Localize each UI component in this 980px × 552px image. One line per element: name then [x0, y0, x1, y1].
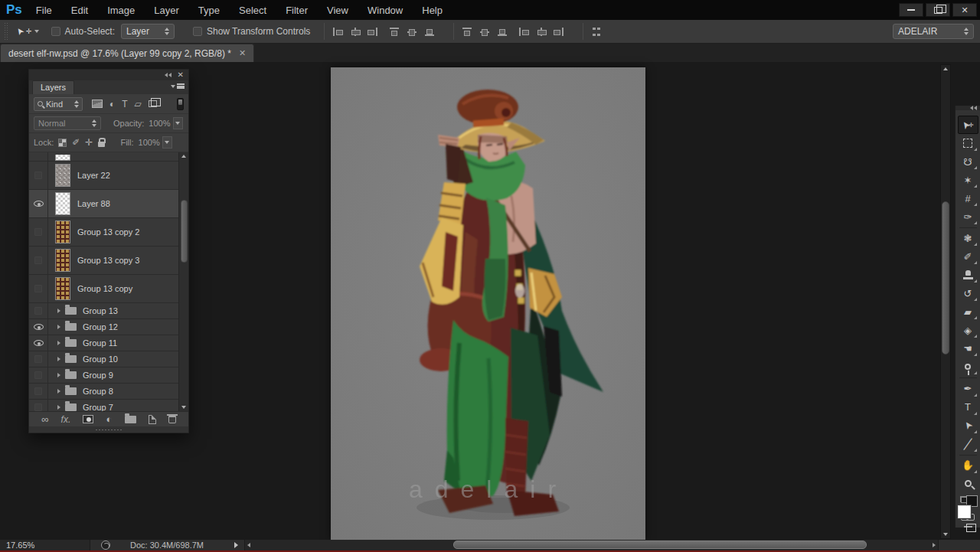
menu-window[interactable]: Window	[368, 5, 403, 16]
group-row[interactable]: Group 12	[29, 319, 178, 335]
tab-close-icon[interactable]: ✕	[239, 48, 246, 58]
group-row[interactable]: Group 13	[29, 303, 178, 319]
zoom-tool[interactable]	[958, 475, 978, 493]
align-bottom-edges-icon[interactable]	[424, 27, 435, 37]
menu-image[interactable]: Image	[107, 5, 135, 16]
group-row[interactable]: Group 11	[29, 335, 178, 351]
new-adjustment-layer-icon[interactable]: ◐	[106, 414, 113, 424]
menu-select[interactable]: Select	[239, 5, 266, 16]
fill-control[interactable]: 100%	[139, 136, 172, 149]
scroll-down-icon[interactable]	[181, 406, 186, 409]
layer-thumbnail[interactable]	[55, 220, 70, 243]
menu-file[interactable]: File	[36, 5, 52, 16]
menu-edit[interactable]: Edit	[71, 5, 88, 16]
layer-row[interactable]: Layer 88	[29, 190, 178, 218]
layer-row[interactable]: Group 13 copy 2	[29, 218, 178, 247]
link-layers-icon[interactable]: ∞	[41, 414, 48, 424]
screen-mode-button[interactable]	[964, 526, 972, 528]
align-right-edges-icon[interactable]	[368, 27, 378, 37]
distribute-horizontal-centers-icon[interactable]	[536, 27, 547, 37]
disclosure-triangle-icon[interactable]	[57, 357, 60, 361]
layer-thumbnail[interactable]	[55, 155, 70, 161]
scroll-left-icon[interactable]	[247, 543, 250, 547]
pen-tool[interactable]: ✒	[958, 380, 978, 398]
crop-tool[interactable]: #	[958, 189, 978, 207]
align-left-edges-icon[interactable]	[332, 27, 343, 37]
distribute-bottom-edges-icon[interactable]	[497, 27, 508, 37]
lock-all-icon[interactable]	[98, 142, 105, 147]
type-layer-filter-icon[interactable]: T	[122, 100, 127, 109]
visibility-toggle[interactable]	[29, 152, 48, 161]
add-layer-mask-icon[interactable]	[83, 415, 93, 423]
collapse-panel-icon[interactable]	[165, 73, 172, 77]
visibility-toggle[interactable]	[29, 162, 48, 189]
vertical-scrollbar-thumb[interactable]	[942, 201, 949, 354]
scroll-right-icon[interactable]	[933, 543, 936, 547]
layer-thumbnail[interactable]	[55, 192, 70, 215]
blend-mode-dropdown[interactable]: Normal	[34, 116, 101, 130]
filter-kind-dropdown[interactable]: Kind	[34, 97, 83, 111]
disclosure-triangle-icon[interactable]	[57, 325, 60, 329]
visibility-toggle[interactable]	[29, 218, 48, 246]
disclosure-triangle-icon[interactable]	[57, 309, 60, 313]
rectangular-marquee-tool[interactable]	[958, 134, 978, 152]
layers-tab[interactable]: Layers	[32, 80, 74, 94]
layer-thumbnail[interactable]	[55, 249, 70, 272]
lasso-tool[interactable]: ☋	[958, 152, 978, 171]
scroll-down-icon[interactable]	[943, 533, 948, 536]
visibility-toggle[interactable]	[29, 247, 48, 274]
document-tab[interactable]: desert elf-nw.psd @ 17.6% (Layer 99 copy…	[0, 44, 254, 62]
disclosure-triangle-icon[interactable]	[57, 373, 60, 377]
group-row[interactable]: Group 9	[29, 367, 178, 384]
distribute-vertical-centers-icon[interactable]	[479, 27, 490, 37]
panel-close-icon[interactable]: ✕	[178, 71, 184, 79]
current-tool-preview[interactable]: ➤ ✛	[16, 26, 39, 37]
eraser-tool[interactable]: ▰	[958, 302, 978, 321]
panel-resize-grip[interactable]	[29, 426, 188, 433]
canvas[interactable]: adelair	[331, 67, 645, 540]
move-tool[interactable]: ➤ ✛	[958, 116, 978, 134]
smart-object-filter-icon[interactable]	[149, 100, 157, 107]
fill-dropdown-button[interactable]	[162, 136, 172, 149]
visibility-toggle[interactable]	[29, 303, 48, 318]
layer-style-fx-icon[interactable]: fx.	[61, 414, 71, 425]
options-grip[interactable]	[4, 22, 8, 41]
restore-button[interactable]	[926, 3, 950, 17]
adobe-drive-icon[interactable]	[101, 541, 110, 550]
visibility-toggle[interactable]	[29, 400, 48, 411]
distribute-top-edges-icon[interactable]	[462, 27, 472, 37]
align-horizontal-centers-icon[interactable]	[350, 27, 361, 37]
shape-layer-filter-icon[interactable]: ▱	[135, 100, 142, 109]
group-row[interactable]: Group 10	[29, 351, 178, 367]
type-tool[interactable]: T	[958, 398, 978, 416]
visibility-toggle[interactable]	[29, 384, 48, 399]
tools-collapse-bar[interactable]	[956, 106, 980, 110]
align-vertical-centers-icon[interactable]	[407, 27, 417, 37]
line-tool[interactable]: ╱	[958, 435, 978, 453]
status-popup-icon[interactable]	[234, 542, 238, 548]
filter-toggle-switch[interactable]	[177, 98, 184, 110]
layer-row-clipped[interactable]	[29, 152, 178, 162]
close-button[interactable]: ✕	[952, 3, 977, 17]
disclosure-triangle-icon[interactable]	[57, 389, 60, 394]
auto-select-target-dropdown[interactable]: Layer	[121, 24, 175, 39]
visibility-toggle[interactable]	[29, 275, 48, 302]
layers-scrollbar-thumb[interactable]	[181, 200, 188, 263]
show-transform-checkbox[interactable]	[193, 27, 202, 36]
visibility-toggle[interactable]	[29, 335, 48, 351]
visibility-toggle[interactable]	[29, 319, 48, 335]
layers-scrollbar[interactable]	[178, 152, 188, 411]
visibility-toggle[interactable]	[29, 367, 48, 383]
path-selection-tool[interactable]: ➤	[958, 416, 978, 435]
lock-transparency-icon[interactable]	[58, 139, 67, 147]
minimize-button[interactable]	[899, 3, 923, 17]
group-row[interactable]: Group 7	[29, 400, 178, 411]
lock-position-icon[interactable]: ✛	[85, 138, 93, 147]
menu-filter[interactable]: Filter	[286, 5, 308, 16]
layer-row[interactable]: Group 13 copy	[29, 275, 178, 303]
layer-thumbnail[interactable]	[55, 277, 70, 300]
pixel-layer-filter-icon[interactable]	[92, 100, 103, 108]
visibility-toggle[interactable]	[29, 190, 48, 217]
brush-tool[interactable]: ✐	[958, 247, 978, 266]
history-brush-tool[interactable]: ↺	[958, 284, 978, 302]
